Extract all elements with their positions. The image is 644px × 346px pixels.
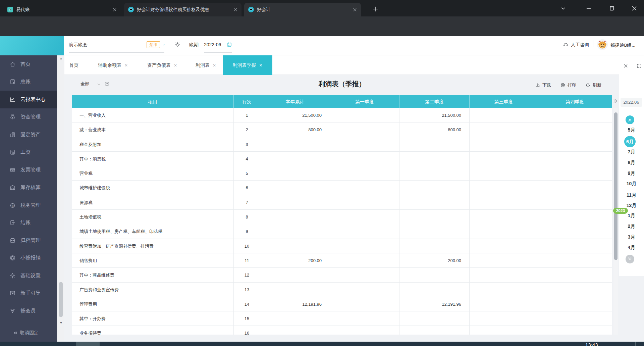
browser-menu-chevron-icon[interactable] — [559, 5, 567, 12]
table-row[interactable]: 资源税7 — [72, 195, 612, 210]
window-maximize-icon[interactable] — [608, 5, 615, 12]
cell-q1 — [330, 181, 399, 195]
months-scroll-up-button[interactable] — [626, 115, 634, 124]
tab-income-statement[interactable]: 利润表✕ — [196, 55, 216, 75]
month-item[interactable]: 4月 — [619, 245, 644, 251]
table-row[interactable]: 教育费附加、矿产资源补偿费、排污费10 — [72, 239, 612, 253]
cell-ytd — [260, 283, 330, 297]
month-item[interactable]: 3月 — [619, 234, 644, 240]
cell-q2 — [399, 210, 470, 224]
refresh-button[interactable]: 刷新 — [585, 82, 601, 88]
account-set-name[interactable]: 演示账套 — [69, 42, 88, 48]
sidebar-item-archive[interactable]: 归档管理 — [0, 232, 57, 249]
sidebar-item-tax[interactable]: 税税务管理 — [0, 196, 57, 214]
tab-close-icon[interactable]: ✕ — [213, 63, 216, 68]
cell-q4 — [538, 108, 612, 122]
table-row[interactable]: 销售费用11200.00200.00 — [72, 253, 612, 268]
scrollbar-up-arrow-icon[interactable]: ▲ — [57, 57, 65, 60]
expand-columns-double-chevron-icon[interactable] — [613, 98, 618, 104]
cell-item: 土地增值税 — [72, 210, 234, 224]
download-button[interactable]: 下载 — [535, 82, 551, 88]
month-item[interactable]: 10月 — [619, 181, 644, 187]
sidebar-item-closing[interactable]: 结账 — [0, 214, 57, 232]
tab-home[interactable]: 首页 — [69, 55, 78, 75]
browser-tab-haokuaiji-info[interactable]: 好会计财务管理软件购买价格及优惠 — [124, 3, 241, 16]
sidebar-item-label: 发票管理 — [20, 167, 41, 173]
sidebar-item-membership[interactable]: 畅会员 — [0, 302, 57, 320]
scrollbar-down-arrow-icon[interactable]: ▼ — [57, 321, 65, 325]
cell-q3 — [470, 181, 538, 195]
month-item-active[interactable]: 6月 — [624, 136, 636, 147]
table-row[interactable]: 管理费用1412,191.9612,191.96 — [72, 297, 612, 311]
sidebar-item-inventory[interactable]: 库存核算 — [0, 179, 57, 197]
cell-item: 营业税 — [72, 166, 234, 181]
window-close-icon[interactable] — [631, 5, 638, 12]
cell-line: 16 — [234, 326, 260, 335]
taskbar-app-button[interactable] — [76, 342, 100, 346]
tab-close-icon[interactable] — [352, 7, 358, 12]
table-row[interactable]: 其中：开办费15 — [72, 311, 612, 326]
table-row[interactable]: 减：营业成本2800.00800.00 — [72, 122, 612, 137]
print-button[interactable]: 打印 — [560, 82, 576, 88]
avatar[interactable] — [597, 39, 608, 50]
browser-tab-haokuaiji[interactable]: 好会计 — [244, 3, 361, 16]
scrollbar-thumb[interactable] — [59, 282, 63, 317]
sidebar-scrollbar[interactable]: ▲ ▼ — [57, 55, 64, 342]
sidebar-item-general-ledger[interactable]: 总账 — [0, 73, 57, 91]
table-scrollbar-thumb[interactable] — [614, 112, 618, 260]
new-tab-button[interactable] — [372, 5, 379, 13]
salary-icon — [9, 149, 16, 155]
table-row[interactable]: 营业税5 — [72, 166, 612, 181]
table-row[interactable]: 其中：消费税4 — [72, 152, 612, 166]
table-row[interactable]: 其中：商品维修费12 — [72, 268, 612, 282]
table-row[interactable]: 城镇土地使用税、房产税、车船税、印花税9 — [72, 224, 612, 239]
tab-close-icon[interactable]: ✕ — [259, 63, 262, 68]
period-value[interactable]: 2022-06 — [204, 42, 221, 47]
fullscreen-icon[interactable] — [637, 63, 642, 68]
cell-line: 10 — [234, 239, 260, 253]
gear-icon[interactable] — [174, 41, 180, 47]
sidebar-item-home[interactable]: 首页 — [0, 55, 57, 73]
cell-ytd: 21,500.00 — [260, 108, 330, 122]
support-link[interactable]: 人工咨询 — [571, 42, 589, 48]
tab-balance-sheet[interactable]: 资产负债表✕ — [147, 55, 177, 75]
month-item[interactable]: 9月 — [619, 170, 644, 177]
month-item[interactable]: 5月 — [619, 127, 644, 133]
sidebar-item-salary[interactable]: 工资 — [0, 144, 57, 161]
month-item[interactable]: 11月 — [619, 192, 644, 198]
month-item[interactable]: 8月 — [619, 160, 644, 166]
unpin-sidebar-button[interactable]: 取消固定 — [13, 330, 39, 336]
tab-close-icon[interactable] — [233, 7, 238, 12]
sidebar-item-cloud-reports[interactable]: 云报表中心 — [0, 91, 57, 108]
sidebar-item-guide[interactable]: 新手引导 — [0, 285, 57, 302]
calendar-icon[interactable] — [226, 42, 232, 47]
table-row[interactable]: 土地增值税8 — [72, 210, 612, 224]
months-scroll-down-button[interactable] — [626, 255, 634, 263]
cell-q3 — [470, 239, 538, 253]
table-row[interactable]: 业务招待费16 — [72, 326, 612, 335]
table-scrollbar[interactable] — [613, 108, 618, 335]
sidebar-item-settings[interactable]: 基础设置 — [0, 267, 57, 285]
close-icon[interactable] — [623, 63, 629, 69]
tab-close-icon[interactable]: ✕ — [174, 63, 177, 68]
sidebar-item-reimburse[interactable]: 小畅报销 — [0, 249, 57, 267]
account-chevron-down-icon[interactable] — [161, 42, 166, 47]
tab-close-icon[interactable]: ✕ — [124, 63, 128, 68]
table-row[interactable]: 广告费和业务宣传费13 — [72, 283, 612, 297]
table-row[interactable]: 税金及附加3 — [72, 137, 612, 152]
cell-q4 — [538, 195, 612, 210]
table-row[interactable]: 一、营业收入121,500.0021,500.00 — [72, 108, 612, 122]
cell-item: 其中：商品维修费 — [72, 268, 234, 282]
month-item[interactable]: 7月 — [619, 149, 644, 155]
browser-tab-yidaizhang[interactable]: 易代账 — [3, 3, 121, 16]
sidebar-item-fixed-assets[interactable]: 固定资产 — [0, 126, 57, 144]
sidebar-item-funds[interactable]: 资金管理 — [0, 108, 57, 126]
tab-aux-balance[interactable]: 辅助余额表✕ — [98, 55, 128, 75]
month-item[interactable]: 2月 — [619, 224, 644, 230]
table-row[interactable]: 城市维护建设税6 — [72, 181, 612, 195]
window-minimize-icon[interactable] — [585, 5, 592, 12]
sidebar-item-invoices[interactable]: 发票管理 — [0, 161, 57, 179]
tab-income-quarter[interactable]: 利润表季报✕ — [223, 55, 272, 75]
tab-close-icon[interactable] — [112, 7, 117, 12]
username[interactable]: 畅捷通B组... — [610, 42, 643, 48]
